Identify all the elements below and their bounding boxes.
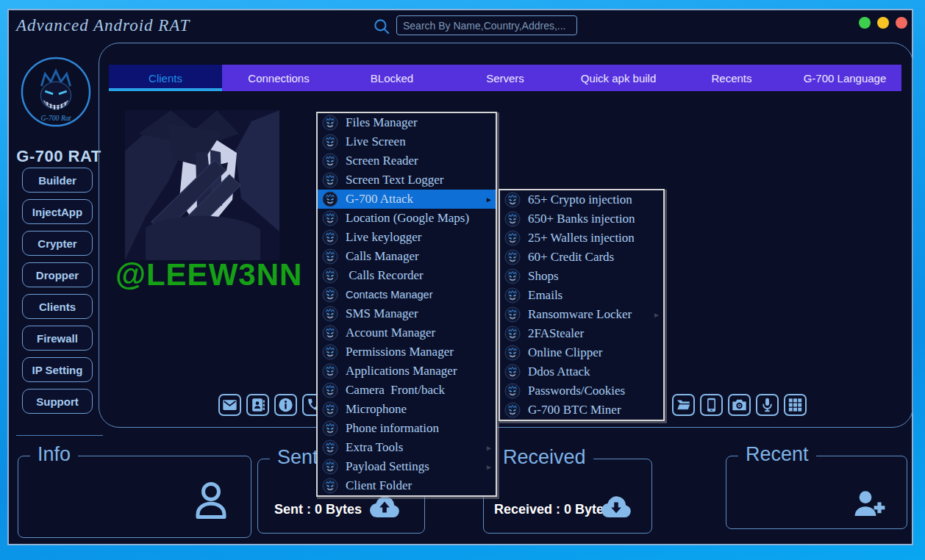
window-control-dot[interactable]: [877, 17, 889, 29]
menu-item-ddos-attack[interactable]: Ddos Attack ►: [500, 362, 663, 381]
menu-item-phone-information[interactable]: Phone information ►: [318, 419, 496, 438]
g700-face-icon: [322, 439, 338, 456]
menu-item-account-manager[interactable]: Account Manager ►: [318, 323, 496, 342]
svg-text:G-700 Rat: G-700 Rat: [40, 114, 71, 122]
menu-item-extra-tools[interactable]: Extra Tools ►: [318, 438, 496, 457]
sidebar-button-ip-setting[interactable]: IP Setting: [22, 357, 93, 382]
window-title: Advanced Android RAT: [16, 16, 190, 35]
menu-item-calls-recorder[interactable]: Calls Recorder ►: [318, 266, 496, 285]
menu-item-650-banks-injection[interactable]: 650+ Banks injection ►: [500, 209, 663, 229]
camera-icon: [731, 397, 748, 413]
menu-item-ransomware-locker[interactable]: Ransomware Locker ►: [500, 305, 663, 324]
menu-item-screen-reader[interactable]: Screen Reader ►: [318, 151, 496, 170]
tab-blocked[interactable]: BLocked: [335, 65, 449, 91]
menu-item-emails[interactable]: Emails ►: [500, 286, 663, 305]
info-icon: [277, 397, 294, 413]
window-controls: [859, 17, 907, 29]
menu-item-screen-text-logger[interactable]: Screen Text Logger ►: [318, 170, 496, 190]
sidebar-button-support[interactable]: Support: [22, 389, 93, 414]
g700-face-icon: [504, 287, 521, 304]
info-button[interactable]: [274, 394, 297, 416]
g700-face-icon: [322, 363, 338, 379]
menu-item-25-wallets-injection[interactable]: 25+ Wallets injection ►: [500, 229, 663, 248]
menu-item-passwords-cookies[interactable]: Passwords/Cookies ►: [500, 381, 663, 401]
menu-item-60-credit-cards[interactable]: 60+ Credit Cards ►: [500, 248, 663, 267]
tab-connections[interactable]: Connections: [222, 65, 335, 91]
smartphone-icon: [703, 397, 720, 413]
g700-face-icon: [322, 115, 338, 131]
menu-item-g-700-attack[interactable]: G-700 Attack ►: [318, 190, 496, 209]
sent-value: Sent : 0 Bytes: [274, 502, 362, 517]
menu-item-location-google-maps[interactable]: Location (Google Maps) ►: [318, 209, 496, 228]
sidebar-button-injectapp[interactable]: InjectApp: [22, 199, 93, 224]
menu-item-payload-settings[interactable]: Payload Settings ►: [318, 457, 496, 476]
sidebar-button-firewall[interactable]: Firewall: [22, 326, 93, 351]
g700-face-icon: [322, 191, 338, 207]
g700-face-icon: [322, 325, 338, 341]
menu-item-shops[interactable]: Shops ►: [500, 267, 663, 286]
recent-panel: Recent: [726, 456, 907, 529]
person-plus-icon: [849, 486, 888, 521]
context-menu: Files Manager ► Live Screen ► Screen Rea…: [316, 112, 497, 497]
sidebar-button-dropper[interactable]: Dropper: [22, 262, 93, 287]
smartphone-button[interactable]: [700, 394, 723, 416]
g700-face-icon: [504, 383, 521, 399]
menu-item-applications-manager[interactable]: Applications Manager ►: [318, 362, 496, 381]
app-name: G-700 RAT: [9, 147, 109, 166]
sidebar-button-clients[interactable]: Clients: [22, 294, 93, 319]
g700-face-icon: [504, 402, 521, 418]
menu-item-files-manager[interactable]: Files Manager ►: [318, 113, 496, 132]
microphone-icon: [759, 397, 776, 413]
menu-item-microphone[interactable]: Microphone ►: [318, 400, 496, 419]
info-panel: Info: [18, 456, 251, 538]
menu-item-camera-front-back[interactable]: Camera Front/back ►: [318, 381, 496, 400]
menu-item-g-700-btc-miner[interactable]: G-700 BTC Miner ►: [500, 401, 663, 420]
g700-face-icon: [504, 306, 521, 323]
menu-item-contacts-manager[interactable]: Contacts Manager ►: [318, 285, 496, 304]
app-window: Advanced Android RAT G-700 Rat G-700 RAT…: [7, 9, 913, 545]
menu-item-sms-manager[interactable]: SMS Manager ►: [318, 304, 496, 323]
tab-quick-apk-build[interactable]: Quick apk build: [562, 65, 675, 91]
menu-item-live-screen[interactable]: Live Screen ►: [318, 132, 496, 151]
toolbar-right: [672, 394, 807, 416]
camera-button[interactable]: [728, 394, 751, 416]
menu-item-calls-manager[interactable]: Calls Manager ►: [318, 247, 496, 266]
g700-face-icon: [504, 268, 521, 284]
submenu-arrow-icon: ►: [484, 195, 493, 204]
microphone-button[interactable]: [756, 394, 779, 416]
window-control-dot[interactable]: [896, 17, 907, 29]
g700-face-icon: [504, 249, 521, 265]
contacts-button[interactable]: [246, 394, 269, 416]
g700-face-icon: [504, 211, 521, 227]
tab-recents[interactable]: Recents: [675, 65, 788, 91]
grid-icon: [787, 397, 804, 413]
sidebar-button-builder[interactable]: Builder: [22, 168, 93, 193]
tab-bar: ClientsConnectionsBLockedServersQuick ap…: [109, 65, 901, 91]
info-panel-legend: Info: [30, 443, 78, 466]
received-panel-legend: Received: [496, 446, 593, 469]
toolbar-left: [218, 394, 325, 416]
menu-item-permissions-manager[interactable]: Permissions Manager ►: [318, 342, 496, 362]
window-control-dot[interactable]: [859, 17, 871, 29]
folder-button[interactable]: [672, 394, 695, 416]
mail-button[interactable]: [218, 394, 241, 416]
tab-g-700-language[interactable]: G-700 Language: [788, 65, 901, 91]
g700-face-icon: [322, 306, 338, 322]
menu-item-client-folder[interactable]: Client Folder ►: [318, 476, 496, 495]
g700-face-icon: [322, 229, 338, 245]
menu-item-65-crypto-injection[interactable]: 65+ Crypto injection ►: [500, 190, 663, 209]
client-handle: @LEEW3NN: [115, 257, 302, 292]
sidebar-buttons: BuilderInjectAppCrypterDropperClientsFir…: [22, 168, 93, 414]
sidebar-button-crypter[interactable]: Crypter: [22, 231, 93, 256]
tab-clients[interactable]: Clients: [109, 65, 222, 91]
client-avatar-image[interactable]: [125, 110, 279, 260]
g700-face-icon: [322, 382, 338, 398]
mail-icon: [221, 397, 238, 413]
grid-button[interactable]: [784, 394, 807, 416]
menu-item-online-clipper[interactable]: Online Clipper ►: [500, 343, 663, 362]
g700-logo: G-700 Rat: [20, 56, 92, 128]
tab-servers[interactable]: Servers: [449, 65, 562, 91]
menu-item-2fastealer[interactable]: 2FAStealer ►: [500, 324, 663, 343]
search-input[interactable]: [396, 15, 577, 35]
menu-item-live-keylogger[interactable]: Live keylogger ►: [318, 228, 496, 247]
